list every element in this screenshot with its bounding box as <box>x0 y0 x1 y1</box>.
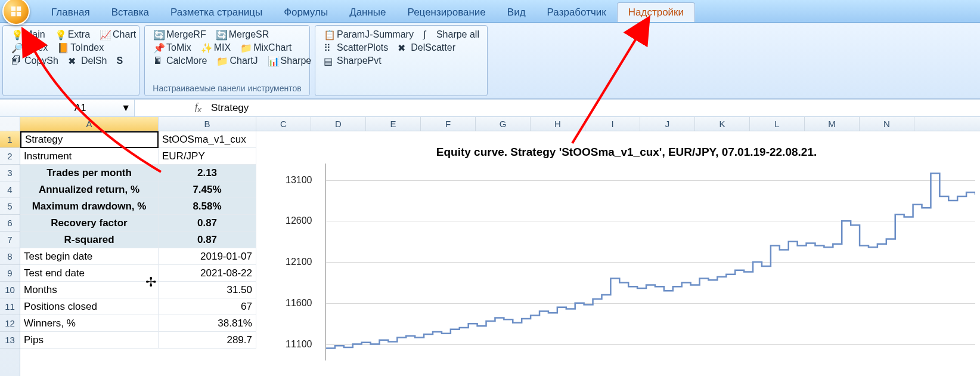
cell[interactable]: Months <box>20 282 159 298</box>
row-header[interactable]: 10 <box>0 282 20 298</box>
name-box[interactable]: ▼ <box>0 100 135 116</box>
btn-sharpepvt[interactable]: ▤SharpePvt <box>319 54 386 67</box>
cell[interactable]: Pips <box>20 332 159 349</box>
equity-chart: Equity curve. Strategy 'StOOSma_v1_cux',… <box>278 141 975 375</box>
btn-delscatter[interactable]: ✖DelScatter <box>393 41 460 54</box>
tab-home[interactable]: Главная <box>41 3 101 22</box>
btn-chartj[interactable]: 📁ChartJ <box>212 54 262 67</box>
cell[interactable]: Maximum drawdown, % <box>20 198 159 215</box>
col-header-D[interactable]: D <box>311 117 366 131</box>
cell[interactable]: 7.45% <box>159 181 256 198</box>
cell[interactable]: Trades per month <box>20 165 159 181</box>
cell[interactable]: EUR/JPY <box>159 148 256 165</box>
cell[interactable]: 38.81% <box>159 315 256 332</box>
row-header[interactable]: 1 <box>0 131 20 148</box>
cell[interactable]: R-squared <box>20 232 159 248</box>
btn-sharpe[interactable]: 📊Sharpe <box>263 54 317 67</box>
btn-s[interactable]: S <box>112 54 128 67</box>
col-header-I[interactable]: I <box>585 117 640 131</box>
row-header[interactable]: 11 <box>0 298 20 315</box>
cell[interactable]: 2021-08-22 <box>159 265 256 282</box>
cell[interactable]: Annualized return, % <box>20 181 159 198</box>
cell[interactable]: Strategy <box>20 131 159 148</box>
cell[interactable]: Instrument <box>20 148 159 165</box>
btn-calcmore[interactable]: 🖩CalcMore <box>148 54 212 67</box>
col-header-A[interactable]: A <box>20 117 159 131</box>
btn-extra[interactable]: 💡Extra <box>50 28 95 41</box>
btn-sharpeall[interactable]: ∫Sharpe all <box>418 28 484 41</box>
fx-label[interactable]: fx <box>135 100 206 116</box>
col-header-B[interactable]: B <box>159 117 256 131</box>
cell[interactable]: 0.87 <box>159 215 256 232</box>
office-icon <box>10 5 23 18</box>
col-header-L[interactable]: L <box>750 117 805 131</box>
cursor-help-icon: 🔎 <box>11 42 22 53</box>
select-all[interactable] <box>0 117 20 131</box>
btn-copysh[interactable]: 🗐CopySh <box>7 54 63 67</box>
tab-data[interactable]: Данные <box>339 3 396 22</box>
btn-scatter[interactable]: ⠿ScatterPlots <box>319 41 393 54</box>
chart-plot: 1110011600121001260013100 <box>325 164 975 360</box>
cell[interactable]: 289.7 <box>159 332 256 349</box>
cell[interactable]: 2.13 <box>159 165 256 181</box>
ribbon-group-title: Настраиваемые панели инструментов <box>145 82 309 95</box>
row-header[interactable]: 9 <box>0 265 20 282</box>
cell[interactable]: 0.87 <box>159 232 256 248</box>
y-tick-label: 12600 <box>286 215 312 226</box>
btn-mergerf[interactable]: 🔄MergeRF <box>148 28 211 41</box>
row-header[interactable]: 12 <box>0 315 20 332</box>
cell[interactable]: Winners, % <box>20 315 159 332</box>
y-tick-label: 12100 <box>286 257 312 267</box>
btn-main[interactable]: 💡Main <box>7 28 50 41</box>
row-header[interactable]: 2 <box>0 148 20 165</box>
tab-view[interactable]: Вид <box>497 3 536 22</box>
btn-paramj[interactable]: 📋ParamJ-Summary <box>319 28 418 41</box>
row-header[interactable]: 8 <box>0 248 20 265</box>
col-header-F[interactable]: F <box>421 117 476 131</box>
row-header[interactable]: 4 <box>0 181 20 198</box>
cell[interactable]: 2019-01-07 <box>159 248 256 265</box>
dropdown-icon[interactable]: ▼ <box>121 103 131 113</box>
tab-addins[interactable]: Надстройки <box>617 2 695 22</box>
row-header[interactable]: 13 <box>0 332 20 349</box>
lbl: CopySh <box>24 56 58 66</box>
col-header-K[interactable]: K <box>695 117 750 131</box>
btn-mergesr[interactable]: 🔄MergeSR <box>211 28 274 41</box>
row-header[interactable]: 6 <box>0 215 20 232</box>
cell[interactable]: 67 <box>159 298 256 315</box>
cell-cursor-icon: ✢ <box>145 275 156 290</box>
col-header-E[interactable]: E <box>366 117 421 131</box>
btn-chart[interactable]: 📈Chart <box>95 28 141 41</box>
tab-pagelayout[interactable]: Разметка страницы <box>160 3 273 22</box>
tab-insert[interactable]: Вставка <box>101 3 160 22</box>
cell[interactable]: Test end date <box>20 265 159 282</box>
btn-delsh[interactable]: ✖DelSh <box>63 54 112 67</box>
name-box-input[interactable] <box>63 103 98 113</box>
btn-mixchart[interactable]: 📁MixChart <box>235 41 296 54</box>
tab-review[interactable]: Рецензирование <box>397 3 497 22</box>
cell[interactable]: StOOSma_v1_cux <box>159 131 256 148</box>
col-header-M[interactable]: M <box>805 117 860 131</box>
row-header[interactable]: 5 <box>0 198 20 215</box>
cell[interactable]: Positions closed <box>20 298 159 315</box>
col-header-G[interactable]: G <box>476 117 531 131</box>
tab-formulas[interactable]: Формулы <box>273 3 339 22</box>
col-header-J[interactable]: J <box>640 117 695 131</box>
col-header-H[interactable]: H <box>531 117 585 131</box>
btn-tomix[interactable]: 📌ToMix <box>148 41 196 54</box>
cell[interactable]: 31.50 <box>159 282 256 298</box>
col-header-N[interactable]: N <box>860 117 914 131</box>
row-header[interactable]: 7 <box>0 232 20 248</box>
office-button[interactable] <box>2 0 30 25</box>
tab-developer[interactable]: Разработчик <box>536 3 617 22</box>
cell[interactable]: Recovery factor <box>20 215 159 232</box>
cell[interactable]: 8.58% <box>159 198 256 215</box>
lbl: SharpePvt <box>337 56 382 66</box>
cell[interactable]: Test begin date <box>20 248 159 265</box>
btn-index[interactable]: 🔎Index <box>7 41 52 54</box>
btn-toindex[interactable]: 📙ToIndex <box>52 41 108 54</box>
col-header-C[interactable]: C <box>256 117 311 131</box>
formula-input[interactable]: Strategy <box>206 100 980 116</box>
row-header[interactable]: 3 <box>0 165 20 181</box>
btn-mix[interactable]: ✨MIX <box>196 41 235 54</box>
